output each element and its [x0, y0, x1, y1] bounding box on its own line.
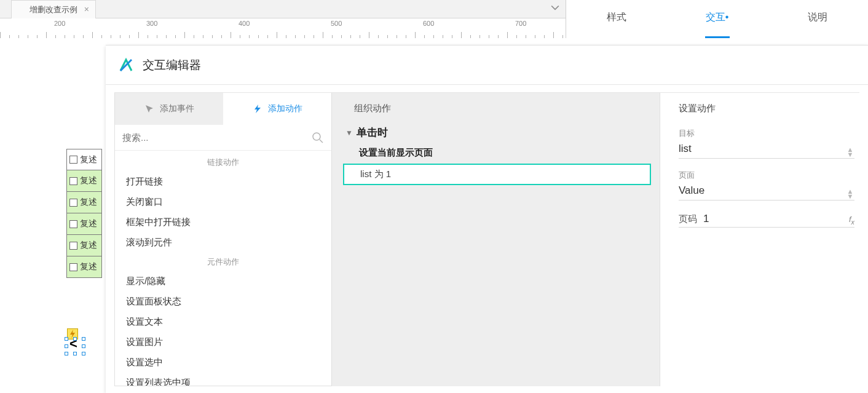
- checkbox-icon[interactable]: [69, 199, 77, 207]
- search-input[interactable]: [122, 132, 312, 143]
- cursor-icon: [144, 103, 155, 114]
- ruler-major: 600: [423, 20, 434, 27]
- ruler-major: 200: [54, 20, 65, 27]
- action-item[interactable]: 设置面板状态: [115, 292, 331, 312]
- svg-line-1: [320, 140, 323, 143]
- table-row[interactable]: 复述: [66, 256, 102, 278]
- tab-dropdown-icon[interactable]: [550, 4, 561, 12]
- ruler-ticks: [0, 30, 566, 38]
- table-row[interactable]: 复述: [66, 235, 102, 256]
- middle-panel: 组织动作 ▼ 单击时 设置当前显示页面 list 为 1: [332, 93, 660, 386]
- tab-strip: 增删改查示例 ×: [0, 0, 566, 18]
- field-pagenum: 页码 1 fx: [679, 212, 854, 228]
- checkbox-icon[interactable]: [69, 220, 77, 228]
- tab-style[interactable]: 样式: [566, 0, 667, 38]
- table-row[interactable]: 复述: [66, 213, 102, 235]
- action-item[interactable]: 设置选中: [115, 352, 331, 373]
- tab-interaction[interactable]: 交互•: [667, 0, 768, 38]
- right-panel: 设置动作 目标 list ▲▼ 页面 Value ▲▼ 页码 1: [660, 93, 859, 386]
- page-value: Value: [679, 185, 846, 197]
- checkbox-icon[interactable]: [69, 156, 77, 164]
- page-tab-label: 增删改查示例: [30, 4, 77, 15]
- group-label: 元件动作: [115, 253, 331, 271]
- fx-icon[interactable]: fx: [849, 215, 854, 226]
- interaction-editor-modal: 交互编辑器 添加事件 添加动作: [106, 45, 868, 393]
- chevron-updown-icon: ▲▼: [846, 189, 854, 199]
- target-value: list: [679, 143, 846, 155]
- tab-add-action[interactable]: 添加动作: [223, 93, 331, 125]
- ruler-major: 400: [239, 20, 250, 27]
- action-item[interactable]: 设置列表选中项: [115, 373, 331, 386]
- group-label: 链接动作: [115, 153, 331, 172]
- action-item[interactable]: 框架中打开链接: [115, 212, 331, 232]
- table-row[interactable]: 复述: [66, 192, 102, 213]
- left-tabs: 添加事件 添加动作: [115, 93, 331, 125]
- panel-title: 设置动作: [679, 103, 854, 114]
- svg-point-0: [313, 133, 320, 140]
- action-item[interactable]: 设置图片: [115, 332, 331, 352]
- page-select[interactable]: Value ▲▼: [679, 183, 854, 200]
- action-title[interactable]: 设置当前显示页面: [332, 143, 660, 164]
- modal-body: 添加事件 添加动作 链接动作 打开链接 关闭窗口 框架中打开: [114, 92, 859, 386]
- field-target: 目标 list ▲▼: [679, 128, 854, 159]
- page-tab[interactable]: 增删改查示例 ×: [11, 0, 96, 18]
- table-row[interactable]: 复述: [66, 170, 102, 192]
- modal-header: 交互编辑器: [106, 46, 868, 85]
- field-page: 页面 Value ▲▼: [679, 170, 854, 200]
- ruler-major: 300: [146, 20, 157, 27]
- tab-notes[interactable]: 说明: [767, 0, 868, 38]
- header-text: 复述: [80, 154, 97, 165]
- section-title: 组织动作: [332, 93, 660, 123]
- close-icon[interactable]: ×: [84, 4, 89, 14]
- target-label: 目标: [679, 128, 854, 139]
- action-item[interactable]: 打开链接: [115, 172, 331, 192]
- event-name: 单击时: [357, 125, 388, 140]
- ruler: 200 300 400 500 600 700: [0, 18, 566, 38]
- action-item[interactable]: 显示/隐藏: [115, 271, 331, 292]
- canvas-table: 复述 复述 复述 复述 复述 复述: [66, 149, 102, 278]
- checkbox-icon[interactable]: [69, 177, 77, 185]
- ruler-major: 700: [515, 20, 526, 27]
- case-text: list 为 1: [360, 169, 391, 179]
- page-label: 页面: [679, 170, 854, 181]
- case-selected[interactable]: list 为 1: [343, 164, 651, 185]
- checkbox-icon[interactable]: [69, 263, 77, 271]
- table-header[interactable]: 复述: [66, 149, 102, 170]
- pagenum-value: 1: [703, 213, 845, 225]
- pagenum-label: 页码: [679, 213, 697, 225]
- modal-title: 交互编辑器: [143, 57, 201, 73]
- action-item[interactable]: 设置文本: [115, 312, 331, 332]
- left-panel: 添加事件 添加动作 链接动作 打开链接 关闭窗口 框架中打开: [114, 93, 332, 386]
- action-item[interactable]: 滚动到元件: [115, 232, 331, 253]
- inspector-tabs: 样式 交互• 说明: [566, 0, 868, 38]
- action-list[interactable]: 链接动作 打开链接 关闭窗口 框架中打开链接 滚动到元件 元件动作 显示/隐藏 …: [115, 151, 331, 386]
- action-item[interactable]: 关闭窗口: [115, 192, 331, 212]
- search-icon[interactable]: [312, 132, 324, 144]
- chevron-updown-icon: ▲▼: [846, 147, 854, 157]
- ruler-major: 500: [331, 20, 342, 27]
- lightning-icon: [252, 103, 263, 114]
- tab-add-event[interactable]: 添加事件: [115, 93, 223, 125]
- event-row[interactable]: ▼ 单击时: [332, 123, 660, 143]
- axure-logo-icon: [118, 57, 134, 73]
- triangle-down-icon: ▼: [345, 129, 353, 137]
- target-select[interactable]: list ▲▼: [679, 141, 854, 159]
- selected-widget[interactable]: <: [67, 328, 85, 353]
- search-row: [115, 125, 331, 151]
- checkbox-icon[interactable]: [69, 242, 77, 250]
- pagenum-input[interactable]: 页码 1 fx: [679, 212, 854, 228]
